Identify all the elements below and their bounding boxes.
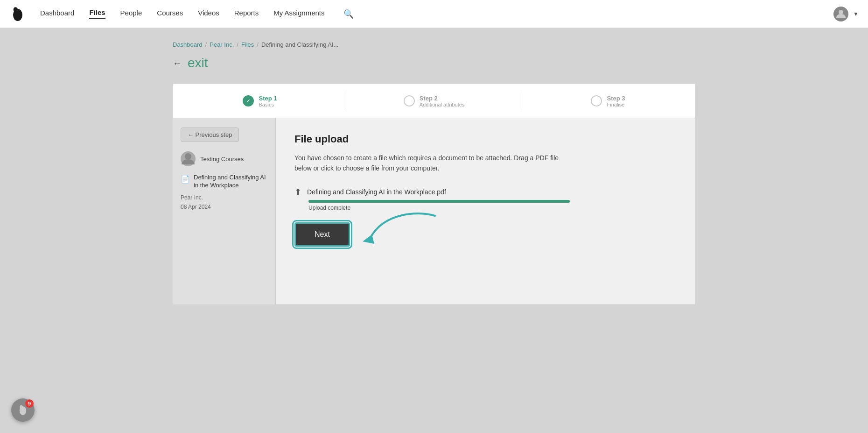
stepper: ✓ Step 1 Basics Step 2 Additional attrib… [173,84,695,118]
top-navigation: Dashboard Files People Courses Videos Re… [0,0,868,28]
step-1-info: Step 1 Basics [259,95,277,107]
upload-icon: ⬆ [294,187,301,197]
step-2: Step 2 Additional attributes [347,95,521,107]
breadcrumb-current: Defining and Classifying AI... [261,41,338,48]
step-2-sublabel: Additional attributes [420,102,465,107]
prev-step-button[interactable]: ← Previous step [181,128,239,142]
sidebar-avatar [181,151,196,166]
exit-header: ← exit [173,56,695,71]
sidebar-file-info: Defining and Classifying AI in the Workp… [194,174,268,190]
next-button-wrapper: Next [294,222,350,247]
main-area: ← Previous step Testing Courses 📄 Defini… [173,118,695,305]
step-2-label: Step 2 [420,95,465,102]
notification-bubble[interactable]: 9 [11,398,35,422]
sidebar-user: Testing Courses [181,151,268,166]
chevron-down-icon[interactable]: ▼ [853,11,859,17]
sidebar-file-name: Defining and Classifying AI in the Workp… [194,174,268,190]
breadcrumb-sep-2: / [237,41,238,48]
right-content: File upload You have chosen to create a … [276,118,695,304]
next-button[interactable]: Next [294,222,350,247]
step-3-sublabel: Finalise [607,102,625,107]
sidebar-file-company: Pear Inc. [181,194,268,201]
nav-people[interactable]: People [120,9,142,19]
upload-description: You have chosen to create a file which r… [294,153,574,174]
nav-my-assignments[interactable]: My Assignments [273,9,324,19]
upload-title: File upload [294,133,676,145]
nav-courses[interactable]: Courses [157,9,183,19]
search-icon[interactable]: 🔍 [343,9,354,19]
breadcrumb: Dashboard / Pear Inc. / Files / Defining… [173,41,695,48]
arrow-annotation [356,206,440,253]
step-2-circle [404,95,415,106]
breadcrumb-sep-3: / [257,41,259,48]
svg-marker-4 [363,234,374,244]
app-logo[interactable] [9,6,26,22]
upload-file-row: ⬆ Defining and Classifying AI in the Wor… [294,187,676,197]
avatar[interactable] [833,7,848,21]
svg-point-3 [185,153,191,160]
step-2-info: Step 2 Additional attributes [420,95,465,107]
step-1-label: Step 1 [259,95,277,102]
nav-reports[interactable]: Reports [234,9,259,19]
left-sidebar: ← Previous step Testing Courses 📄 Defini… [173,118,276,304]
back-arrow-icon[interactable]: ← [173,58,182,69]
nav-files[interactable]: Files [89,8,105,19]
step-1-sublabel: Basics [259,102,277,107]
nav-links: Dashboard Files People Courses Videos Re… [40,8,833,19]
step-1: ✓ Step 1 Basics [173,95,347,107]
exit-label[interactable]: exit [188,56,208,71]
step-3-info: Step 3 Finalise [607,95,625,107]
breadcrumb-sep-1: / [205,41,207,48]
breadcrumb-pear-inc[interactable]: Pear Inc. [210,41,234,48]
notification-badge: 9 [25,399,34,408]
sidebar-file-item: 📄 Defining and Classifying AI in the Wor… [181,174,268,190]
sidebar-username: Testing Courses [200,156,244,163]
step-1-circle: ✓ [243,95,254,106]
step-3-label: Step 3 [607,95,625,102]
progress-bar-fill [308,200,570,203]
nav-videos[interactable]: Videos [198,9,219,19]
breadcrumb-files[interactable]: Files [241,41,254,48]
page-content: Dashboard / Pear Inc. / Files / Defining… [154,28,714,318]
sidebar-file-date: 08 Apr 2024 [181,204,268,210]
progress-bar-container [308,200,570,203]
breadcrumb-dashboard[interactable]: Dashboard [173,41,203,48]
nav-right: ▼ [833,7,859,21]
nav-dashboard[interactable]: Dashboard [40,9,74,19]
svg-point-2 [839,10,843,14]
file-icon: 📄 [181,175,190,184]
step-3: Step 3 Finalise [521,95,695,107]
step-3-circle [591,95,602,106]
upload-filename: Defining and Classifying AI in the Workp… [307,188,446,196]
